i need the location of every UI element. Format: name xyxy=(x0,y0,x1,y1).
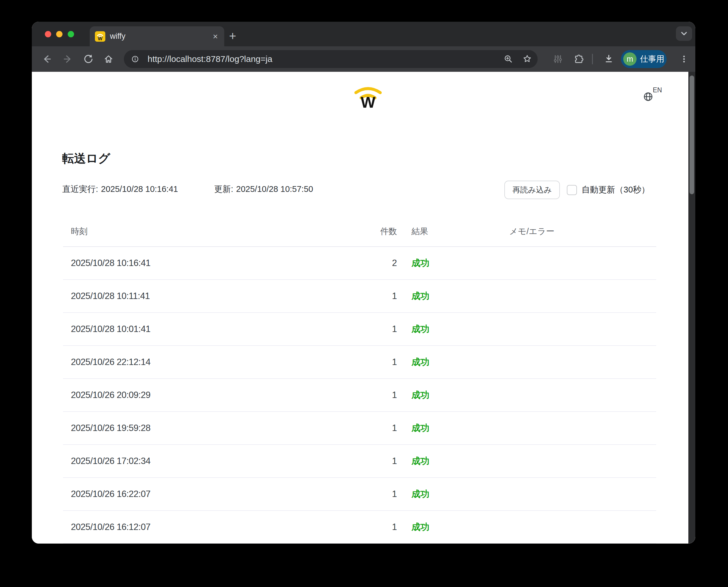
tab-close-icon[interactable]: × xyxy=(213,32,218,41)
auto-refresh-control: 自動更新（30秒） xyxy=(567,184,650,196)
row-time: 2025/10/28 10:16:41 xyxy=(63,258,379,268)
home-button[interactable] xyxy=(102,53,115,65)
wifi-arcs-icon: W xyxy=(352,83,384,109)
new-tab-button[interactable]: + xyxy=(225,29,240,44)
extensions-button[interactable] xyxy=(572,53,584,65)
table-row: 2025/10/26 19:59:28 1 成功 xyxy=(63,412,656,445)
row-count: 1 xyxy=(379,324,405,334)
page-title: 転送ログ xyxy=(62,150,110,166)
table-row: 2025/10/26 16:22:07 1 成功 xyxy=(63,478,656,511)
browser-tab[interactable]: W wiffy × xyxy=(90,26,224,46)
last-run-value: 2025/10/28 10:16:41 xyxy=(101,184,178,194)
url-bar[interactable]: http://localhost:8787/log?lang=ja xyxy=(124,50,538,68)
magnifier-plus-icon xyxy=(503,53,514,65)
table-row: 2025/10/28 10:11:41 1 成功 xyxy=(63,280,656,313)
reload-icon xyxy=(82,53,95,65)
page-scrollbar[interactable] xyxy=(688,72,695,544)
log-table-body: 2025/10/28 10:16:41 2 成功 2025/10/28 10:1… xyxy=(63,247,656,544)
row-count: 1 xyxy=(379,357,405,367)
back-button[interactable] xyxy=(41,53,53,65)
row-time: 2025/10/26 16:22:07 xyxy=(63,489,379,499)
reload-button-toolbar[interactable] xyxy=(82,53,95,65)
tab-strip: W wiffy × + xyxy=(32,22,695,46)
downloads-button[interactable] xyxy=(602,53,615,65)
tab-search-button[interactable] xyxy=(676,26,692,41)
row-count: 2 xyxy=(379,258,405,268)
bookmark-button[interactable] xyxy=(521,53,533,65)
row-result: 成功 xyxy=(405,356,457,368)
table-row: 2025/10/26 20:09:29 1 成功 xyxy=(63,379,656,412)
kebab-menu-icon xyxy=(678,53,690,65)
last-run: 直近実行:2025/10/28 10:16:41 xyxy=(62,184,178,195)
download-icon xyxy=(602,53,615,65)
tab-title: wiffy xyxy=(110,32,213,41)
page-content: W EN 転送ログ 直近実行:2025/10/28 10:16:41 更新:20… xyxy=(32,72,695,544)
table-row: 2025/10/26 22:12:14 1 成功 xyxy=(63,346,656,379)
macos-minimize-button[interactable] xyxy=(56,31,63,37)
row-result: 成功 xyxy=(405,257,457,269)
row-time: 2025/10/26 16:12:07 xyxy=(63,522,379,532)
row-count: 1 xyxy=(379,456,405,466)
row-time: 2025/10/26 20:09:29 xyxy=(63,390,379,400)
row-count: 1 xyxy=(379,390,405,400)
header-memo: メモ/エラー xyxy=(457,226,607,237)
row-result: 成功 xyxy=(405,290,457,302)
url-text[interactable]: http://localhost:8787/log?lang=ja xyxy=(148,50,272,68)
sliders-icon xyxy=(552,53,564,65)
forward-arrow-icon xyxy=(61,53,74,65)
back-arrow-icon xyxy=(41,53,53,65)
row-result: 成功 xyxy=(405,389,457,401)
language-code: EN xyxy=(653,86,662,94)
log-table: 時刻 件数 結果 メモ/エラー 2025/10/28 10:16:41 2 成功… xyxy=(63,216,656,544)
row-result: 成功 xyxy=(405,521,457,533)
last-run-label: 直近実行: xyxy=(62,184,98,194)
updated-value: 2025/10/28 10:57:50 xyxy=(236,184,313,194)
row-time: 2025/10/26 19:59:28 xyxy=(63,423,379,433)
macos-zoom-button[interactable] xyxy=(68,31,74,37)
profile-chip[interactable]: m 仕事用 xyxy=(621,50,667,68)
home-icon xyxy=(102,53,115,65)
table-row: 2025/10/26 16:12:07 1 成功 xyxy=(63,511,656,544)
macos-close-button[interactable] xyxy=(45,31,51,37)
chevron-down-icon xyxy=(677,27,691,40)
row-result: 成功 xyxy=(405,488,457,500)
row-count: 1 xyxy=(379,489,405,499)
reload-page-button[interactable]: 再読み込み xyxy=(504,181,560,199)
forward-button[interactable] xyxy=(61,53,74,65)
star-icon xyxy=(521,53,533,65)
header-time: 時刻 xyxy=(63,226,379,237)
scrollbar-thumb[interactable] xyxy=(689,75,694,194)
browser-toolbar: http://localhost:8787/log?lang=ja xyxy=(32,46,695,72)
menu-button[interactable] xyxy=(678,53,690,65)
wiffy-logo: W xyxy=(352,83,384,109)
tune-button[interactable] xyxy=(552,53,564,65)
row-result: 成功 xyxy=(405,455,457,467)
avatar: m xyxy=(623,52,636,66)
row-time: 2025/10/28 10:11:41 xyxy=(63,291,379,301)
table-row: 2025/10/26 17:02:34 1 成功 xyxy=(63,445,656,478)
globe-icon xyxy=(643,92,653,102)
toolbar-separator xyxy=(592,54,593,64)
logo-letter: W xyxy=(361,93,375,109)
language-toggle[interactable]: EN xyxy=(643,86,669,107)
puzzle-icon xyxy=(572,53,584,65)
browser-window: W wiffy × + xyxy=(32,22,695,544)
row-result: 成功 xyxy=(405,323,457,335)
row-result: 成功 xyxy=(405,422,457,434)
auto-refresh-checkbox[interactable] xyxy=(567,185,577,195)
row-time: 2025/10/26 17:02:34 xyxy=(63,456,379,466)
wiffy-favicon-icon: W xyxy=(95,31,105,42)
header-count: 件数 xyxy=(379,226,405,237)
row-time: 2025/10/28 10:01:41 xyxy=(63,324,379,334)
row-count: 1 xyxy=(379,423,405,433)
svg-text:W: W xyxy=(98,36,103,41)
row-count: 1 xyxy=(379,522,405,532)
updated-label: 更新: xyxy=(214,184,233,194)
auto-refresh-label[interactable]: 自動更新（30秒） xyxy=(582,184,650,196)
page-info-button[interactable] xyxy=(130,54,140,64)
profile-name: 仕事用 xyxy=(640,53,664,65)
row-count: 1 xyxy=(379,291,405,301)
zoom-button[interactable] xyxy=(503,53,514,65)
table-row: 2025/10/28 10:16:41 2 成功 xyxy=(63,247,656,280)
info-icon xyxy=(130,54,140,64)
